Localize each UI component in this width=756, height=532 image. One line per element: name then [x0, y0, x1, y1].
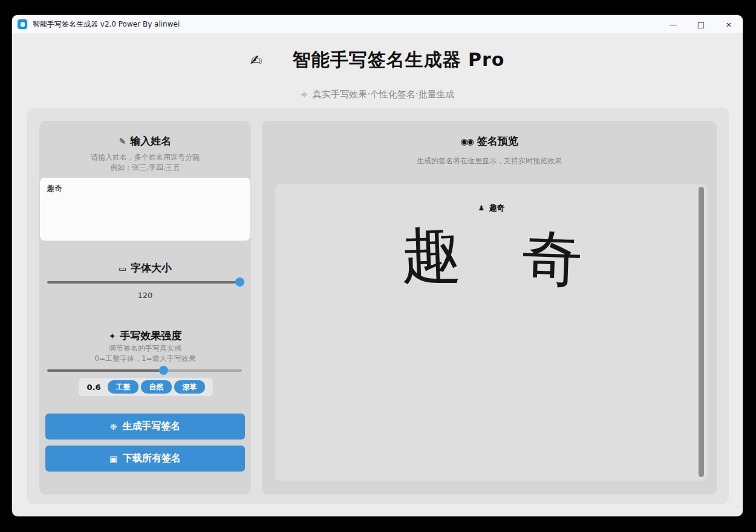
signature-char-2: 奇 [520, 218, 583, 299]
preset-neat-button[interactable]: 工整 [108, 380, 138, 394]
name-help-line1: 请输入姓名，多个姓名用逗号分隔 [39, 152, 251, 163]
effect-slider-track[interactable] [47, 369, 242, 372]
window-title: 智能手写签名生成器 v2.0 Power By alinwei [33, 19, 180, 30]
window-controls: — □ × [659, 15, 743, 33]
preset-natural-button[interactable]: 自然 [141, 380, 172, 394]
effect-help: 调节签名的手写真实感 0=工整字体，1=最大手写效果 [39, 343, 251, 364]
font-size-slider-thumb[interactable] [235, 277, 244, 287]
preview-heading: ◉◉ 签名预览 [262, 134, 717, 148]
signature-name: 趣奇 [489, 203, 504, 213]
effect-help-line2: 0=工整字体，1=最大手写效果 [39, 354, 251, 364]
signature-char-1: 趣 [399, 215, 462, 295]
subtitle-text: 真实手写效果·个性化签名·批量生成 [313, 89, 455, 100]
page-title: 智能手写签名生成器 Pro [293, 48, 505, 73]
maximize-button[interactable]: □ [687, 15, 715, 33]
main-container: ✎ 输入姓名 请输入姓名，多个姓名用逗号分隔 例如：张三,李四,王五 趣奇 ▭ … [27, 108, 729, 504]
signature-preview-canvas: ♟ 趣奇 趣 奇 [275, 184, 708, 481]
effect-title: 手写效果强度 [120, 329, 181, 343]
name-input-heading: ✎ 输入姓名 [39, 134, 251, 148]
font-size-slider[interactable] [47, 277, 244, 287]
effect-strength-slider[interactable] [47, 366, 242, 375]
signature-item-label: ♟ 趣奇 [275, 203, 708, 213]
download-button-label: 下载所有签名 [123, 452, 181, 465]
minimize-button[interactable]: — [659, 15, 687, 33]
preview-title: 签名预览 [477, 134, 518, 148]
sparkles-icon: ✦ [109, 331, 116, 341]
font-size-heading: ▭ 字体大小 [39, 261, 251, 275]
font-size-value: 120 [39, 291, 251, 300]
name-input-help: 请输入姓名，多个姓名用逗号分隔 例如：张三,李四,王五 [39, 152, 251, 173]
effect-preset-row: 0.6 工整 自然 潦草 [79, 378, 213, 396]
names-textarea[interactable]: 趣奇 [40, 178, 250, 241]
memo-icon: ✎ [119, 137, 126, 146]
app-logo-icon [18, 19, 27, 29]
download-all-button[interactable]: ▣ 下载所有签名 [45, 446, 245, 472]
generate-signature-button[interactable]: ❉ 生成手写签名 [45, 414, 245, 440]
app-header: ✍ 智能手写签名生成器 Pro [12, 48, 743, 73]
generate-button-label: 生成手写签名 [122, 420, 180, 433]
handwritten-signature: 趣 奇 [275, 216, 708, 294]
app-window: 智能手写签名生成器 v2.0 Power By alinwei — □ × ✍ … [12, 15, 743, 516]
effect-value: 0.6 [82, 383, 105, 392]
user-icon: ♟ [478, 204, 485, 212]
app-subtitle: ✧ 真实手写效果·个性化签名·批量生成 [12, 89, 743, 100]
settings-panel: ✎ 输入姓名 请输入姓名，多个姓名用逗号分隔 例如：张三,李四,王五 趣奇 ▭ … [39, 121, 251, 495]
preview-scrollbar[interactable] [699, 187, 704, 477]
font-size-title: 字体大小 [131, 261, 172, 275]
effect-heading: ✦ 手写效果强度 [39, 329, 251, 343]
floppy-icon: ▣ [109, 454, 117, 464]
preview-subtitle: 生成的签名将在这里显示，支持实时预览效果 [262, 156, 717, 166]
eyes-icon: ◉◉ [460, 137, 472, 146]
close-button[interactable]: × [715, 15, 743, 33]
titlebar[interactable]: 智能手写签名生成器 v2.0 Power By alinwei — □ × [12, 15, 743, 33]
preset-scrawl-button[interactable]: 潦草 [174, 380, 205, 394]
font-size-slider-track[interactable] [47, 281, 244, 284]
effect-slider-thumb[interactable] [159, 366, 168, 375]
name-help-line2: 例如：张三,李四,王五 [39, 163, 251, 173]
ruler-icon: ▭ [119, 264, 126, 273]
pen-icon: ✍ [250, 52, 262, 69]
palette-icon: ❉ [110, 422, 117, 432]
sparkle-icon: ✧ [300, 89, 308, 100]
preview-panel: ◉◉ 签名预览 生成的签名将在这里显示，支持实时预览效果 ♟ 趣奇 趣 奇 [262, 121, 717, 495]
name-input-title: 输入姓名 [130, 134, 171, 148]
effect-help-line1: 调节签名的手写真实感 [39, 343, 251, 354]
